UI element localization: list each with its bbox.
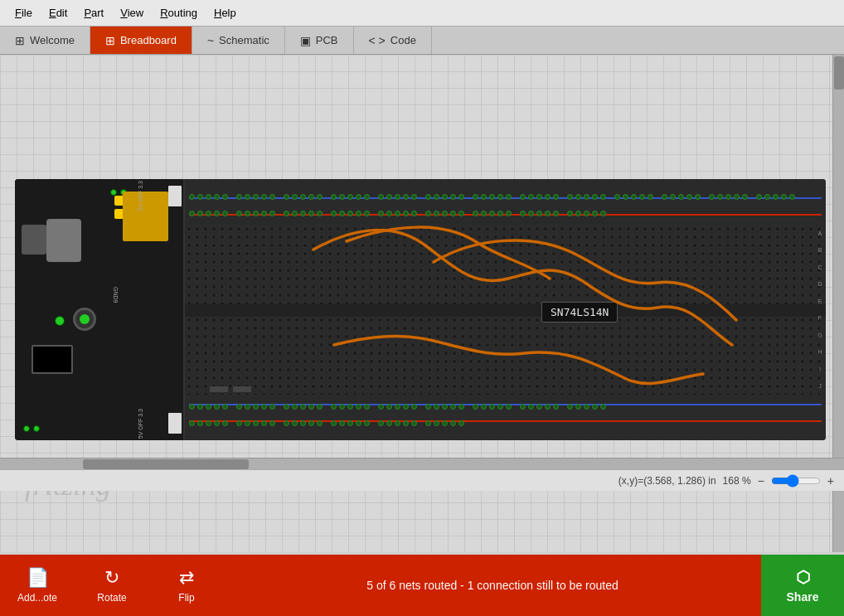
hole: [403, 194, 409, 200]
led-bottom-2: [33, 425, 40, 432]
hole: [222, 194, 228, 200]
tab-schematic[interactable]: ~ Schematic: [192, 27, 285, 54]
hole: [450, 420, 456, 426]
hole: [536, 211, 542, 216]
hole: [308, 211, 314, 216]
add-button[interactable]: 📄 Add...ote: [0, 555, 75, 616]
scrollbar-h-thumb[interactable]: [83, 459, 249, 469]
hole: [442, 404, 448, 410]
menu-help[interactable]: Help: [206, 3, 245, 22]
hole: [520, 211, 526, 216]
tabs: ⊞ Welcome ⊞ Breadboard ~ Schematic ▣ PCB…: [0, 27, 844, 55]
share-label: Share: [787, 590, 819, 604]
hole: [284, 404, 289, 410]
letter-d: D: [817, 281, 822, 287]
hole: [575, 404, 581, 410]
bottom-toolbar: 📄 Add...ote ↻ Rotate ⇄ Flip 5 of 6 nets …: [0, 555, 844, 616]
hole: [386, 404, 392, 410]
hole: [222, 420, 228, 426]
rail-top-blue: [185, 189, 826, 204]
white-connector-bottom: [168, 413, 182, 434]
bottom-connectors: [23, 425, 40, 432]
pcb-icon: ▣: [300, 34, 311, 47]
hole: [317, 420, 323, 426]
hole: [442, 211, 448, 216]
hole: [442, 420, 448, 426]
hole: [300, 194, 306, 200]
schematic-icon: ~: [207, 34, 214, 47]
menu-part[interactable]: Part: [75, 3, 112, 22]
hole: [214, 404, 220, 410]
hole: [339, 404, 345, 410]
hole: [364, 404, 370, 410]
rail-top-red: [185, 206, 826, 221]
hole: [261, 211, 267, 216]
breadboard: 5V OFF 3.3 5V OFF 3.3 GND9: [15, 179, 826, 440]
tab-welcome[interactable]: ⊞ Welcome: [0, 27, 90, 54]
hole: [395, 420, 400, 426]
tab-code[interactable]: < > Code: [354, 27, 432, 54]
hole: [489, 404, 495, 410]
hole: [553, 211, 559, 216]
hole: [411, 404, 417, 410]
hole: [567, 211, 573, 216]
hole: [442, 194, 448, 200]
hole: [473, 404, 478, 410]
hole: [411, 194, 417, 200]
hole: [269, 211, 275, 216]
hole: [553, 194, 559, 200]
menu-view[interactable]: View: [112, 3, 152, 22]
contact-right: [233, 386, 251, 392]
rotate-button[interactable]: ↻ Rotate: [75, 555, 149, 616]
letter-b: B: [818, 247, 822, 253]
hole: [347, 404, 353, 410]
zoom-in-icon[interactable]: +: [827, 474, 834, 487]
hole: [781, 194, 787, 200]
zoom-out-icon[interactable]: −: [758, 474, 764, 487]
hole: [347, 420, 353, 426]
hole: [536, 404, 542, 410]
hole: [236, 194, 242, 200]
tab-breadboard[interactable]: ⊞ Breadboard: [90, 27, 192, 54]
hole: [386, 420, 392, 426]
power-led: [55, 316, 65, 326]
canvas-area[interactable]: fritzing: [0, 55, 844, 552]
hole: [222, 211, 228, 216]
hole: [292, 194, 298, 200]
hole: [378, 211, 384, 216]
flip-button[interactable]: ⇄ Flip: [149, 555, 224, 616]
hole: [545, 404, 551, 410]
button-inner: [80, 314, 90, 324]
tab-pcb[interactable]: ▣ PCB: [285, 27, 354, 54]
hole: [734, 194, 740, 200]
letter-h: H: [817, 349, 822, 355]
hole: [300, 404, 306, 410]
hole: [575, 211, 581, 216]
hole: [773, 194, 779, 200]
hole: [425, 194, 431, 200]
hole: [356, 420, 361, 426]
hole: [308, 194, 314, 200]
zoom-slider[interactable]: [771, 478, 821, 484]
hole: [600, 211, 606, 216]
hole: [300, 211, 306, 216]
menu-edit[interactable]: Edit: [41, 3, 75, 22]
hole: [403, 420, 409, 426]
hole: [378, 194, 384, 200]
letter-c: C: [817, 264, 822, 270]
hole: [425, 420, 431, 426]
power-module: 5V OFF 3.3 5V OFF 3.3 GND9: [15, 179, 185, 440]
hole: [403, 211, 409, 216]
scrollbar-bottom[interactable]: [0, 458, 844, 469]
hole: [756, 194, 762, 200]
led-top-1: [110, 189, 117, 196]
power-display: [32, 345, 73, 374]
tab-code-label: Code: [390, 34, 416, 46]
menu-routing[interactable]: Routing: [152, 3, 206, 22]
share-button[interactable]: ⬡ Share: [761, 555, 844, 616]
menu-file[interactable]: File: [7, 3, 41, 22]
hole: [189, 211, 195, 216]
hole: [269, 404, 275, 410]
scrollbar-thumb[interactable]: [834, 56, 844, 90]
routing-status: 5 of 6 nets routed - 1 connection still …: [224, 579, 761, 592]
